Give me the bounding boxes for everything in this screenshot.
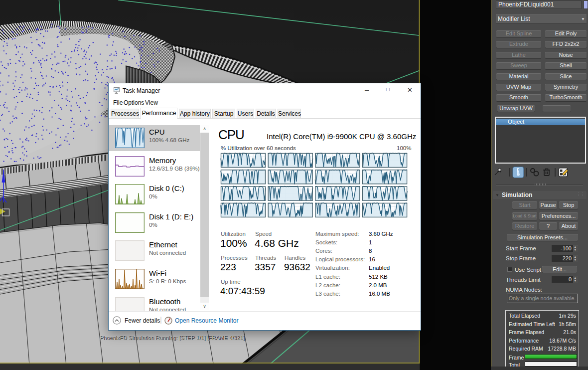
svg-text:PhoenixFD Simulation Running:: PhoenixFD Simulation Running: [STEP 1/1]… [100,335,244,341]
